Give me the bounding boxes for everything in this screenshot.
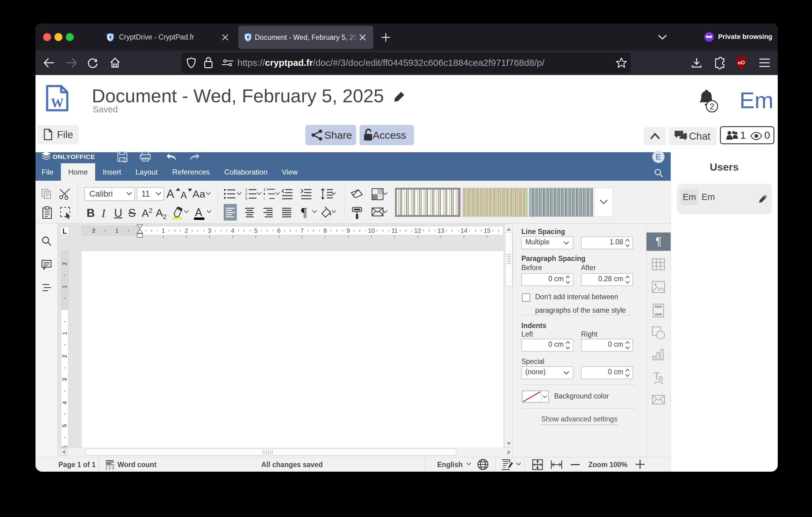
svg-text:2: 2 <box>61 262 68 265</box>
svg-text:2: 2 <box>245 192 247 196</box>
svg-text:1 2 3: 1 2 3 <box>105 466 114 470</box>
svg-text:13: 13 <box>437 227 444 234</box>
svg-text:3: 3 <box>61 378 68 381</box>
svg-text:8: 8 <box>323 227 327 234</box>
svg-text:6: 6 <box>277 227 281 234</box>
svg-text:1: 1 <box>263 187 266 192</box>
svg-text:1: 1 <box>61 285 68 288</box>
svg-text:a: a <box>658 373 663 383</box>
svg-text:4: 4 <box>61 401 68 404</box>
svg-text:2: 2 <box>185 227 188 234</box>
svg-text:9: 9 <box>347 227 350 234</box>
svg-text:W: W <box>51 96 64 110</box>
svg-text:1: 1 <box>245 187 247 192</box>
svg-text:i: i <box>264 197 265 201</box>
svg-text:5: 5 <box>254 227 257 234</box>
svg-text:4: 4 <box>231 227 234 234</box>
svg-text:2: 2 <box>61 354 68 358</box>
svg-text:5: 5 <box>61 424 68 427</box>
svg-text:14: 14 <box>461 227 467 234</box>
svg-text:12: 12 <box>414 227 421 234</box>
svg-text:3: 3 <box>245 196 247 200</box>
svg-text:7: 7 <box>300 227 304 234</box>
svg-text:3: 3 <box>208 227 211 234</box>
svg-text:2: 2 <box>92 227 95 234</box>
svg-text:1: 1 <box>162 227 165 234</box>
svg-text:15: 15 <box>484 227 490 234</box>
svg-text:11: 11 <box>391 227 398 234</box>
svg-text:1: 1 <box>115 227 118 234</box>
svg-text:10: 10 <box>368 227 375 234</box>
svg-text:1: 1 <box>61 331 68 335</box>
svg-text:uO: uO <box>738 60 745 65</box>
